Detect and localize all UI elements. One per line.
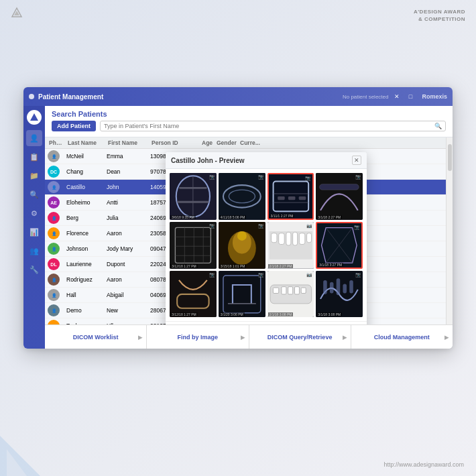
image-cell[interactable]: 2/1/18 2:27 PM 📷 [267,222,314,269]
svg-rect-53 [281,286,286,294]
camera-icon: 📷 [355,174,361,180]
modal-title: Castillo John - Preview [171,157,244,164]
last-name: Florence [66,230,107,237]
camera-icon: 📷 [355,272,361,278]
modal-header: Castillo John - Preview ✕ [166,152,367,169]
image-timestamp: 3/15/18 1:01 PM [219,264,247,268]
no-patient-label: No patient selected [343,94,389,100]
sidebar-icon-users[interactable]: 👥 [26,243,42,259]
image-cell[interactable]: 4/11/18 5:06 PM 📷 [219,173,265,220]
sidebar-icon-chart[interactable]: 📊 [26,224,42,240]
image-timestamp: 3/12/18 1:27 PM [170,312,198,316]
app-body: 👤 📋 📁 🔍 ⚙ 📊 👥 🔧 Search Patients Add Pati… [23,106,453,349]
svg-rect-9 [177,201,209,203]
search-icon[interactable]: 🔍 [434,123,442,129]
last-name: Tucker [66,322,107,324]
svg-rect-38 [286,232,290,245]
tab-arrow-icon: ▶ [343,334,347,340]
svg-rect-40 [299,233,304,244]
sidebar-icon-tools[interactable]: 🔧 [26,261,42,278]
tab-dicom-query[interactable]: DICOM Query/Retrieve ▶ [249,325,351,349]
bottom-url: http://www.adesignaward.com [383,461,464,468]
tab-arrow-icon: ▶ [241,334,245,340]
sidebar-icon-settings[interactable]: ⚙ [26,205,42,221]
col-age: Age [200,139,215,146]
sidebar-logo [27,110,42,125]
svg-rect-61 [343,284,347,293]
tab-find-by-image[interactable]: Find by Image ▶ [147,325,249,349]
sidebar-icon-patients[interactable]: 👤 [26,130,42,146]
camera-icon: 📷 [306,272,312,278]
image-timestamp: 3/6/18 9:35 AM [170,215,196,219]
preview-modal: Castillo John - Preview ✕ 3/6/18 9:35 AM… [166,152,367,324]
image-timestamp: 2/1/18 2:27 PM [268,264,294,268]
image-cell[interactable]: 3/12/18 1:27 PM 📷 [170,222,217,269]
last-name: McNeil [66,153,107,160]
image-cell[interactable]: 3/15/18 1:01 PM 📷 [219,222,265,269]
image-cell[interactable]: 3/6/18 9:35 AM 📷 [170,173,217,220]
first-name: John [107,184,150,190]
scrollbar-thumb[interactable] [448,144,452,171]
camera-icon: 📷 [306,223,312,229]
image-cell[interactable]: 3/11/1 2:27 PM 📷 [267,173,314,220]
col-photo: Photo [48,139,66,146]
camera-icon: 📷 [354,225,360,230]
scrollbar[interactable] [446,137,453,324]
first-name: Emma [107,153,150,160]
svg-rect-47 [219,271,265,318]
col-id: Person ID [150,139,200,146]
svg-rect-8 [179,187,207,189]
svg-rect-55 [294,286,299,294]
image-cell[interactable]: 3/1/20 3:06 PM 📷 [219,271,265,318]
camera-icon: 📷 [258,223,264,229]
page-title: Search Patients [52,110,446,118]
svg-rect-18 [288,196,295,200]
title-bar-logo [29,94,34,99]
search-row: Add Patient 🔍 [52,121,446,131]
camera-icon: 📷 [305,176,311,181]
sidebar-icon-folder[interactable]: 📁 [26,168,42,184]
last-name: Chang [66,168,107,175]
last-name: Hall [66,292,107,298]
image-cell[interactable]: 3/1/18 3:27 PM 📷 [316,222,363,269]
first-name: Antti [107,199,150,206]
camera-icon: 📷 [258,272,264,278]
modal-close-button[interactable]: ✕ [352,156,361,165]
last-name: Laurienne [66,261,107,267]
first-name: New [107,307,150,314]
last-name: Johnson [66,245,107,252]
col-dept: Curre... [239,139,443,146]
svg-rect-17 [278,196,285,200]
tab-arrow-icon: ▶ [444,334,449,340]
image-cell[interactable]: 3/1/18 2:27 PM 📷 [316,173,363,220]
camera-icon: 📷 [209,223,215,229]
image-timestamp: 3/1/18 3:08 PM [316,312,342,316]
close-button[interactable]: □ [406,92,415,101]
last-name: Castillo [66,184,107,190]
bottom-watermark [0,436,40,476]
svg-point-33 [237,231,247,241]
add-patient-button[interactable]: Add Patient [52,121,96,131]
image-cell[interactable]: 3/12/18 1:27 PM 📷 [170,271,217,318]
table-header: Photo Last Name First Name Person ID Age… [45,137,446,149]
main-content: Search Patients Add Patient 🔍 Photo Last… [45,106,453,349]
first-name: Julia [107,215,150,221]
first-name: Aaron [107,276,150,283]
first-name: Abigail [107,292,150,298]
sidebar-icon-records[interactable]: 📋 [26,149,42,165]
svg-rect-22 [170,222,217,269]
app-title: Patient Management [38,93,343,101]
image-timestamp: 4/11/18 5:06 PM [219,215,247,219]
image-cell[interactable]: 2/1/18 3:08 PM 📷 [267,271,314,318]
sidebar-icon-search[interactable]: 🔍 [26,186,42,202]
top-left-logo [11,7,23,21]
search-input[interactable] [104,123,434,129]
svg-rect-56 [301,288,306,293]
title-bar: Patient Management No patient selected ✕… [23,87,453,106]
svg-rect-21 [320,184,359,190]
tab-dicom-worklist[interactable]: DICOM Worklist ▶ [45,325,147,349]
tab-cloud-management[interactable]: Cloud Management ▶ [351,325,453,349]
minimize-button[interactable]: ✕ [392,92,402,101]
image-cell[interactable]: 3/1/18 3:08 PM 📷 [316,271,363,318]
svg-rect-37 [278,233,284,244]
